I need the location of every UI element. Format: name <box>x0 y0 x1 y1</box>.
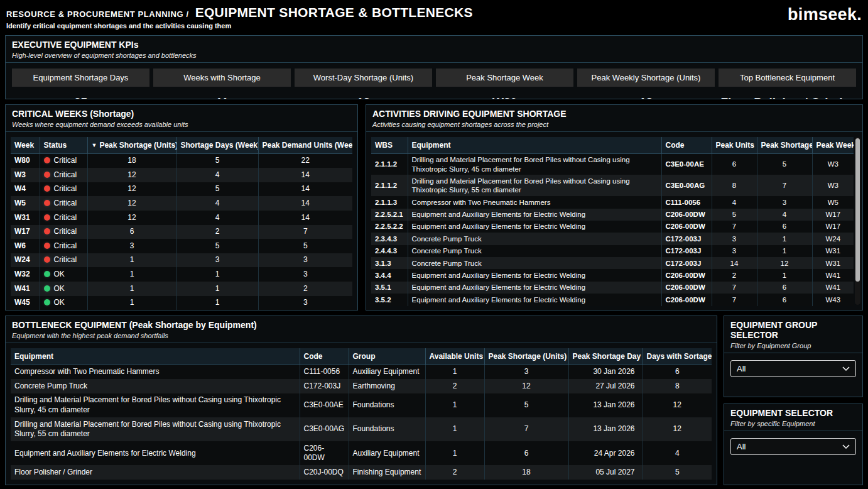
activities-tbody: 2.1.1.2Drilling and Material Placement f… <box>371 153 854 305</box>
table-row[interactable]: W17Critical627 <box>11 225 352 239</box>
table-row[interactable]: 2.2.5.2.1Equipment and Auxiliary Element… <box>371 209 854 221</box>
equipment-cell: Drilling and Material Placement for Bore… <box>11 417 300 441</box>
table-row[interactable]: W41OK112 <box>11 282 352 296</box>
scrollbar-thumb[interactable] <box>855 138 860 282</box>
peak-shortage-day-cell: 13 Jan 2026 <box>568 417 643 441</box>
kpi-panel-body: Equipment Shortage Days Weeks with Short… <box>6 63 862 99</box>
equipment-selector-title: EQUIPMENT SELECTOR <box>730 408 856 418</box>
page-subtitle: Identify critical equipment shortages an… <box>6 22 473 30</box>
peak-units-cell: 3 <box>712 245 757 257</box>
equipment-cell: Equipment and Auxiliary Elements for Ele… <box>408 221 661 233</box>
peak-shortage-day-cell: 05 Jul 2027 <box>568 465 643 480</box>
table-row[interactable]: Compressor with Two Pneumatic HammersC11… <box>11 365 712 379</box>
kpi-value-peak-weekly-shortage: 18 <box>577 87 715 99</box>
bottleneck-body: Equipment Code Group Available Units Pea… <box>6 343 717 485</box>
code-cell: C20J-00DQ <box>300 465 349 480</box>
shortage-days-cell: 5 <box>176 153 258 168</box>
kpi-label-peak-shortage-week: Peak Shortage Week <box>436 69 573 87</box>
table-row[interactable]: 3.5.1Equipment and Auxiliary Elements fo… <box>371 282 854 294</box>
equipment-cell: Equipment and Auxiliary Elements for Ele… <box>408 269 661 281</box>
critical-weeks-header-row: Week Status ▼Peak Shortage (Units) Short… <box>11 137 352 154</box>
peak-demand-cell: 3 <box>258 296 352 310</box>
table-row[interactable]: W5Critical12414 <box>11 196 352 211</box>
available-units-cell: 1 <box>425 417 484 441</box>
col-equipment[interactable]: Equipment <box>408 137 661 154</box>
table-row[interactable]: Equipment and Auxiliary Elements for Ele… <box>11 441 712 465</box>
col-peak-shortage-units[interactable]: Peak Shortage (Units) <box>484 348 568 365</box>
table-row[interactable]: Drilling and Material Placement for Bore… <box>11 393 712 417</box>
table-row[interactable]: 2.1.1.3Compressor with Two Pneumatic Ham… <box>371 196 854 208</box>
days-with-shortage-cell: 12 <box>643 393 712 417</box>
table-row[interactable]: Concrete Pump TruckC172-003JEarthmoving2… <box>11 379 712 393</box>
col-code[interactable]: Code <box>300 348 349 365</box>
col-available-units[interactable]: Available Units <box>425 348 484 365</box>
equipment-group-select-value: All <box>737 364 746 373</box>
col-peak-units[interactable]: Peak Units <box>712 137 757 154</box>
table-row[interactable]: 2.4.4.3Concrete Pump TruckC172-003J31W31 <box>371 245 854 257</box>
peak-week-cell: W41 <box>812 269 854 281</box>
code-cell: C3E0-00AE <box>300 393 349 417</box>
selectors-column: EQUIPMENT GROUP SELECTOR Filter by Equip… <box>724 316 863 485</box>
col-peak-shortage-day[interactable]: Peak Shortage Day <box>568 348 643 365</box>
table-row[interactable]: 2.2.5.2.2Equipment and Auxiliary Element… <box>371 221 854 233</box>
col-equipment[interactable]: Equipment <box>11 348 300 365</box>
table-row[interactable]: W3Critical12414 <box>11 168 352 182</box>
code-cell: C3E0-00AE <box>661 153 712 175</box>
breadcrumb[interactable]: RESOURCE & PROCUREMENT PLANNING / <box>6 9 189 19</box>
peak-week-cell: W3 <box>812 175 854 196</box>
panel-equipment-selector: EQUIPMENT SELECTOR Filter by specific Eq… <box>724 404 863 485</box>
peak-shortage-day-cell: 30 Jan 2026 <box>568 365 643 379</box>
col-group[interactable]: Group <box>349 348 425 365</box>
chevron-down-icon <box>842 444 850 449</box>
equipment-cell: Concrete Pump Truck <box>408 245 661 257</box>
col-peak-demand[interactable]: Peak Demand Units (Week) <box>258 137 352 154</box>
status-dot <box>44 200 50 206</box>
table-row[interactable]: 3.1.3Concrete Pump TruckC172-003J1412W31 <box>371 257 854 269</box>
col-shortage-days[interactable]: Shortage Days (Week) <box>176 137 258 154</box>
wbs-cell: 3.5.1 <box>371 282 408 294</box>
shortage-days-cell: 1 <box>176 296 258 310</box>
table-row[interactable]: W6Critical355 <box>11 239 352 253</box>
col-wbs[interactable]: WBS <box>371 137 408 154</box>
col-peak-week[interactable]: Peak Week <box>812 137 854 154</box>
bottleneck-tbody: Compressor with Two Pneumatic HammersC11… <box>11 365 712 480</box>
scrollbar-track[interactable] <box>855 137 860 305</box>
peak-shortage-cell: 7 <box>484 417 568 441</box>
table-row[interactable]: W4Critical12514 <box>11 182 352 197</box>
peak-shortage-cell: 12 <box>484 379 568 393</box>
col-peak-shortage[interactable]: Peak Shortage <box>757 137 812 154</box>
peak-shortage-cell: 12 <box>87 182 176 197</box>
kpi-label-shortage-days: Equipment Shortage Days <box>12 69 149 87</box>
col-code[interactable]: Code <box>661 137 712 154</box>
table-row[interactable]: 2.1.1.2Drilling and Material Placement f… <box>371 175 854 196</box>
equipment-group-select[interactable]: All <box>730 360 856 377</box>
week-cell: W5 <box>11 196 40 211</box>
chevron-down-icon <box>842 366 850 371</box>
table-row[interactable]: 3.5.2Equipment and Auxiliary Elements fo… <box>371 294 854 305</box>
table-row[interactable]: W32OK113 <box>11 267 352 282</box>
table-row[interactable]: W45OK113 <box>11 296 352 310</box>
table-row[interactable]: 3.4.4Equipment and Auxiliary Elements fo… <box>371 269 854 281</box>
col-peak-shortage-units[interactable]: ▼Peak Shortage (Units) <box>87 137 176 154</box>
col-status[interactable]: Status <box>40 137 87 154</box>
col-week[interactable]: Week <box>11 137 40 154</box>
peak-shortage-cell: 5 <box>484 393 568 417</box>
table-row[interactable]: Drilling and Material Placement for Bore… <box>11 417 712 441</box>
equipment-cell: Drilling and Material Placement for Bore… <box>11 393 300 417</box>
table-row[interactable]: W31Critical12414 <box>11 211 352 225</box>
table-row[interactable]: W24Critical133 <box>11 253 352 268</box>
table-row[interactable]: 2.1.1.2Drilling and Material Placement f… <box>371 153 854 175</box>
equipment-cell: Concrete Pump Truck <box>408 233 661 245</box>
peak-demand-cell: 14 <box>258 196 352 211</box>
equipment-select[interactable]: All <box>730 438 856 455</box>
wbs-cell: 3.5.2 <box>371 294 408 305</box>
week-cell: W80 <box>11 153 40 168</box>
status-cell: Critical <box>40 153 87 168</box>
table-row[interactable]: 2.3.4.3Concrete Pump TruckC172-003J31W24 <box>371 233 854 245</box>
peak-shortage-cell: 12 <box>87 211 176 225</box>
table-row[interactable]: W80Critical18522 <box>11 153 352 168</box>
code-cell: C172-003J <box>661 257 712 269</box>
table-row[interactable]: Floor Polisher / GrinderC20J-00DQFinishi… <box>11 465 712 480</box>
kpi-values-row: 35 11 18 W80 18 Floor Polisher / Grinder <box>11 87 857 99</box>
col-days-with-shortage[interactable]: Days with Sortage <box>643 348 712 365</box>
